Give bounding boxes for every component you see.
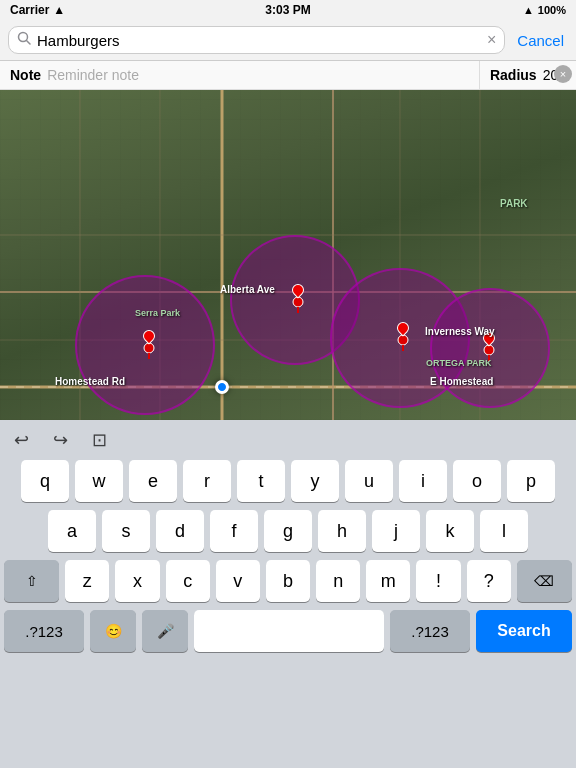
key-b[interactable]: b bbox=[266, 560, 310, 602]
key-x[interactable]: x bbox=[115, 560, 159, 602]
emoji-key[interactable]: 😊 bbox=[90, 610, 136, 652]
cancel-button[interactable]: Cancel bbox=[513, 32, 568, 49]
map-label-alberta: Alberta Ave bbox=[220, 284, 275, 295]
key-row-1: q w e r t y u i o p bbox=[4, 460, 572, 502]
note-label: Note bbox=[10, 67, 41, 83]
key-row-4: .?123 😊 🎤 .?123 Search bbox=[4, 610, 572, 652]
key-y[interactable]: y bbox=[291, 460, 339, 502]
key-e[interactable]: e bbox=[129, 460, 177, 502]
map-label-e-homestead: E Homestead bbox=[430, 376, 493, 387]
status-right: ▲ 100% bbox=[523, 4, 566, 16]
num-key-left[interactable]: .?123 bbox=[4, 610, 84, 652]
note-radius-row: Note Reminder note Radius 200 × bbox=[0, 61, 576, 90]
svg-point-21 bbox=[484, 345, 494, 355]
clear-button[interactable]: × bbox=[487, 31, 496, 49]
undo-button[interactable]: ↩ bbox=[10, 429, 33, 451]
svg-point-15 bbox=[144, 343, 154, 353]
key-n[interactable]: n bbox=[316, 560, 360, 602]
status-left: Carrier ▲ bbox=[10, 3, 65, 17]
num-key-right[interactable]: .?123 bbox=[390, 610, 470, 652]
key-m[interactable]: m bbox=[366, 560, 410, 602]
search-key[interactable]: Search bbox=[476, 610, 572, 652]
key-i[interactable]: i bbox=[399, 460, 447, 502]
key-q[interactable]: q bbox=[21, 460, 69, 502]
pin-marker-2 bbox=[292, 284, 302, 298]
copy-button[interactable]: ⊡ bbox=[88, 429, 111, 451]
redo-button[interactable]: ↪ bbox=[49, 429, 72, 451]
carrier-label: Carrier bbox=[10, 3, 49, 17]
status-bar: Carrier ▲ 3:03 PM ▲ 100% bbox=[0, 0, 576, 20]
key-k[interactable]: k bbox=[426, 510, 474, 552]
pin-marker-1 bbox=[143, 330, 153, 344]
key-t[interactable]: t bbox=[237, 460, 285, 502]
key-z[interactable]: z bbox=[65, 560, 109, 602]
key-r[interactable]: r bbox=[183, 460, 231, 502]
keyboard-area: ↩ ↪ ⊡ q w e r t y u i o p a s d f g h j … bbox=[0, 420, 576, 660]
status-time: 3:03 PM bbox=[265, 3, 310, 17]
key-d[interactable]: d bbox=[156, 510, 204, 552]
close-button[interactable]: × bbox=[554, 65, 572, 83]
key-row-2: a s d f g h j k l bbox=[4, 510, 572, 552]
pin-marker-3 bbox=[397, 322, 407, 336]
map-label-inverness: Inverness Way bbox=[425, 326, 495, 337]
key-p[interactable]: p bbox=[507, 460, 555, 502]
key-a[interactable]: a bbox=[48, 510, 96, 552]
map-label-park: PARK bbox=[500, 198, 528, 209]
map-background: 280 bbox=[0, 90, 576, 420]
svg-point-17 bbox=[293, 297, 303, 307]
shift-key[interactable]: ⇧ bbox=[4, 560, 59, 602]
map-label-homestead: Homestead Rd bbox=[55, 376, 125, 387]
key-v[interactable]: v bbox=[216, 560, 260, 602]
search-input[interactable] bbox=[37, 32, 481, 49]
map-area[interactable]: 280 bbox=[0, 90, 576, 420]
key-g[interactable]: g bbox=[264, 510, 312, 552]
key-w[interactable]: w bbox=[75, 460, 123, 502]
map-label-ortega: ORTEGA PARK bbox=[426, 358, 492, 368]
key-f[interactable]: f bbox=[210, 510, 258, 552]
search-icon bbox=[17, 31, 31, 49]
arrow-icon: ▲ bbox=[523, 4, 534, 16]
svg-point-19 bbox=[398, 335, 408, 345]
key-h[interactable]: h bbox=[318, 510, 366, 552]
signal-icon: ▲ bbox=[53, 3, 65, 17]
key-question[interactable]: ? bbox=[467, 560, 511, 602]
key-u[interactable]: u bbox=[345, 460, 393, 502]
note-section[interactable]: Note Reminder note bbox=[0, 61, 480, 89]
space-key[interactable] bbox=[194, 610, 384, 652]
toolbar-row: ↩ ↪ ⊡ bbox=[0, 420, 576, 456]
key-l[interactable]: l bbox=[480, 510, 528, 552]
key-row-3: ⇧ z x c v b n m ! ? ⌫ bbox=[4, 560, 572, 602]
map-label-serra: Serra Park bbox=[135, 308, 180, 318]
keyboard: q w e r t y u i o p a s d f g h j k l ⇧ … bbox=[0, 456, 576, 660]
search-input-wrap[interactable]: × bbox=[8, 26, 505, 54]
svg-line-1 bbox=[27, 41, 31, 45]
note-placeholder: Reminder note bbox=[47, 67, 139, 83]
mic-key[interactable]: 🎤 bbox=[142, 610, 188, 652]
key-exclamation[interactable]: ! bbox=[416, 560, 460, 602]
key-j[interactable]: j bbox=[372, 510, 420, 552]
key-c[interactable]: c bbox=[166, 560, 210, 602]
battery-label: 100% bbox=[538, 4, 566, 16]
search-bar-area: × Cancel bbox=[0, 20, 576, 61]
key-s[interactable]: s bbox=[102, 510, 150, 552]
location-dot bbox=[215, 380, 229, 394]
radius-label: Radius bbox=[490, 67, 537, 83]
key-o[interactable]: o bbox=[453, 460, 501, 502]
backspace-key[interactable]: ⌫ bbox=[517, 560, 572, 602]
